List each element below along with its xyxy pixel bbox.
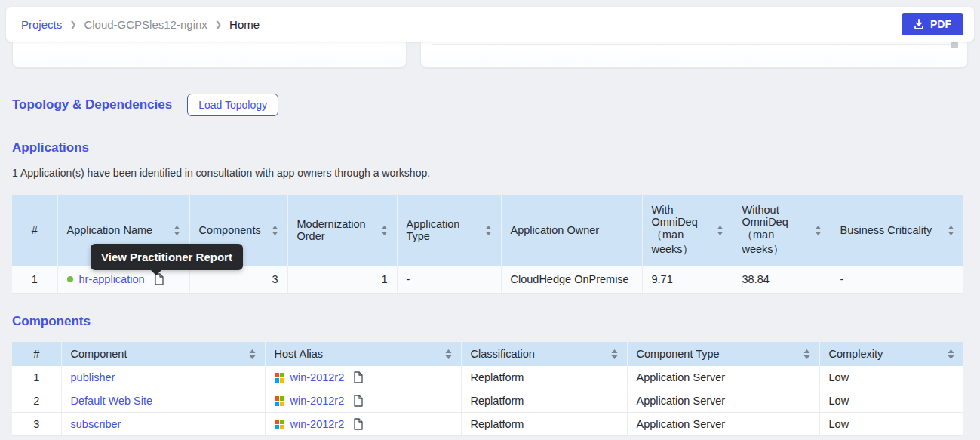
- host-report-icon[interactable]: [353, 395, 363, 407]
- topology-title: Topology & Dependencies: [12, 97, 172, 112]
- sort-icon[interactable]: [803, 349, 810, 359]
- sort-icon[interactable]: [485, 226, 492, 235]
- breadcrumb-projects[interactable]: Projects: [21, 18, 62, 31]
- col-label: Complexity: [829, 348, 883, 360]
- host-alias-link[interactable]: win-2012r2: [290, 395, 345, 407]
- col-label: Application Name: [67, 224, 153, 236]
- sort-icon[interactable]: [611, 349, 618, 359]
- col-without-omnideq[interactable]: Without OmniDeq （man weeks）: [733, 195, 831, 266]
- col-application-owner: Application Owner: [501, 195, 642, 266]
- col-label: Application Owner: [511, 224, 600, 236]
- component-row: 2 Default Web Site win-2012r2 Replatform…: [12, 389, 963, 413]
- col-index: #: [12, 195, 57, 266]
- col-complexity[interactable]: Complexity: [819, 342, 963, 366]
- component-link[interactable]: Default Web Site: [71, 395, 153, 407]
- components-table-wrap: # Component Host Alias Classification Co…: [12, 342, 968, 436]
- pdf-download-button[interactable]: PDF: [902, 13, 963, 35]
- component-link[interactable]: subscriber: [71, 418, 121, 430]
- col-label: Component: [71, 348, 127, 360]
- host-alias-link[interactable]: win-2012r2: [290, 418, 345, 430]
- col-label: Business Criticality: [840, 224, 932, 236]
- component-name-cell: subscriber: [61, 413, 265, 436]
- classification: Replatform: [461, 413, 627, 436]
- sort-icon[interactable]: [717, 226, 723, 235]
- status-green-dot-icon: [67, 276, 73, 282]
- sort-icon[interactable]: [445, 349, 452, 359]
- col-label: Component Type: [637, 348, 720, 360]
- sort-icon[interactable]: [815, 226, 822, 235]
- component-type: Application Server: [627, 389, 819, 413]
- application-owner: CloudHedge OnPremise: [501, 266, 642, 294]
- component-row: 3 subscriber win-2012r2 Replatform Appli…: [12, 413, 963, 436]
- components-title: Components: [12, 314, 968, 329]
- applications-title: Applications: [12, 140, 968, 155]
- row-index: 3: [12, 413, 61, 436]
- chevron-right-icon: ❯: [69, 19, 76, 29]
- col-component[interactable]: Component: [61, 342, 265, 366]
- col-index: #: [12, 342, 61, 366]
- col-with-omnideq[interactable]: With OmniDeq （man weeks）: [642, 195, 733, 266]
- windows-icon: [275, 396, 284, 406]
- col-label: Modernization Order: [297, 218, 376, 242]
- summary-cards-row: [0, 42, 980, 68]
- breadcrumb-home: Home: [229, 18, 260, 31]
- business-criticality: -: [831, 266, 963, 294]
- component-name-cell: publisher: [61, 366, 265, 389]
- host-report-icon[interactable]: [353, 418, 363, 430]
- classification: Replatform: [461, 366, 627, 389]
- col-application-type[interactable]: Application Type: [397, 195, 501, 266]
- col-modernization-order[interactable]: Modernization Order: [287, 195, 397, 266]
- application-name-link[interactable]: hr-application: [79, 273, 145, 285]
- sort-icon[interactable]: [249, 349, 256, 359]
- summary-card-left: [12, 42, 407, 68]
- breadcrumb-bar: Projects ❯ Cloud-GCPSles12-nginx ❯ Home …: [6, 7, 974, 42]
- component-name-cell: Default Web Site: [61, 389, 265, 413]
- page-content: Topology & Dependencies Load Topology Ap…: [0, 94, 980, 436]
- col-label: With OmniDeq （man weeks）: [652, 204, 712, 257]
- complexity: Low: [819, 413, 963, 436]
- sort-icon[interactable]: [272, 226, 278, 235]
- modernization-order: 1: [287, 266, 397, 294]
- view-practitioner-report-tooltip: View Practitioner Report: [91, 244, 243, 270]
- sort-icon[interactable]: [381, 226, 388, 235]
- summary-card-right: [420, 42, 968, 68]
- components-header-row: # Component Host Alias Classification Co…: [12, 342, 963, 366]
- sort-icon[interactable]: [948, 226, 954, 235]
- col-host-alias[interactable]: Host Alias: [265, 342, 461, 366]
- chevron-right-icon: ❯: [215, 19, 222, 29]
- host-report-icon[interactable]: [353, 371, 363, 383]
- card-inner-border: [432, 44, 957, 45]
- applications-description: 1 Application(s) have been identified in…: [12, 167, 968, 179]
- applications-table-wrap: # Application Name Components Modernizat…: [12, 195, 968, 294]
- download-icon: [914, 19, 924, 29]
- row-index: 1: [12, 366, 61, 389]
- col-label: Application Type: [407, 218, 481, 242]
- load-topology-button[interactable]: Load Topology: [187, 94, 278, 116]
- scrollbar-thumb[interactable]: [951, 42, 958, 48]
- col-label: Classification: [471, 348, 535, 360]
- tooltip-text: View Practitioner Report: [101, 251, 232, 263]
- breadcrumb: Projects ❯ Cloud-GCPSles12-nginx ❯ Home: [21, 18, 260, 31]
- complexity: Low: [819, 366, 963, 389]
- component-link[interactable]: publisher: [71, 371, 115, 383]
- pdf-button-label: PDF: [930, 18, 951, 30]
- component-type: Application Server: [627, 413, 819, 436]
- components-table: # Component Host Alias Classification Co…: [12, 342, 963, 436]
- col-label: Host Alias: [275, 348, 323, 360]
- col-component-type[interactable]: Component Type: [627, 342, 819, 366]
- row-index: 1: [12, 266, 57, 294]
- col-label: Without OmniDeq （man weeks）: [742, 204, 810, 257]
- application-type: -: [397, 266, 501, 294]
- host-alias-link[interactable]: win-2012r2: [290, 371, 345, 383]
- without-omnideq-value: 38.84: [733, 266, 831, 294]
- row-index: 2: [12, 389, 61, 413]
- sort-icon[interactable]: [948, 349, 954, 359]
- col-business-criticality[interactable]: Business Criticality: [831, 195, 963, 266]
- col-classification[interactable]: Classification: [461, 342, 627, 366]
- component-row: 1 publisher win-2012r2 Replatform Applic…: [12, 366, 963, 389]
- sort-icon[interactable]: [174, 226, 180, 235]
- windows-icon: [275, 420, 284, 429]
- complexity: Low: [819, 389, 963, 413]
- breadcrumb-project-name: Cloud-GCPSles12-nginx: [84, 18, 207, 31]
- host-alias-cell: win-2012r2: [265, 389, 461, 413]
